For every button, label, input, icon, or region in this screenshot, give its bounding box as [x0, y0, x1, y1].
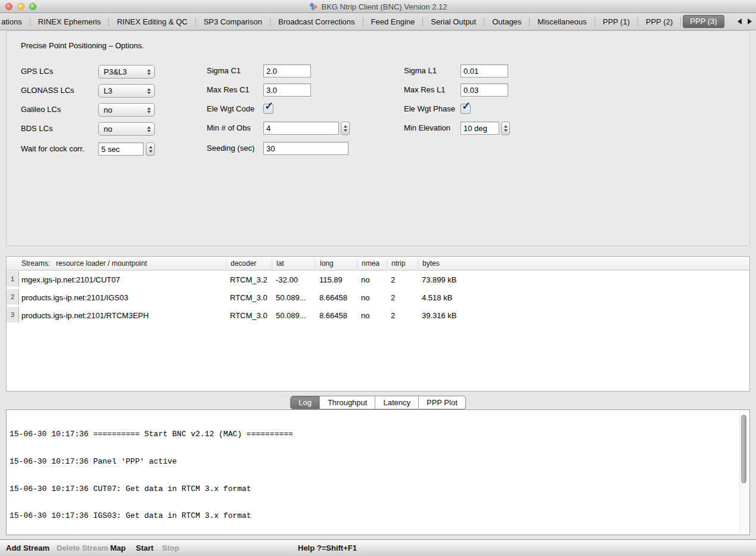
view-tab-segment: Log Throughput Latency PPP Plot: [290, 396, 466, 409]
streams-table-header: Streams: resource loader / mountpoint de…: [7, 257, 749, 271]
add-stream-button[interactable]: Add Stream: [6, 540, 49, 556]
cell-long: 115.89: [315, 275, 357, 284]
row-number: 1: [7, 271, 19, 288]
log-line: 15-06-30 10:17:36 ========== Start BNC v…: [10, 430, 739, 439]
bds-lcs-select[interactable]: no: [98, 122, 155, 136]
bottom-toolbar: Add Stream Delete Stream Map Start Stop …: [0, 539, 756, 556]
header-long[interactable]: long: [315, 259, 357, 268]
gps-lcs-select[interactable]: P3&L3: [98, 65, 155, 79]
wait-clock-stepper[interactable]: [146, 142, 155, 156]
tab-truncated-ations[interactable]: ations: [0, 13, 30, 30]
galileo-lcs-select[interactable]: no: [98, 103, 155, 117]
tab-divider: [680, 17, 681, 26]
tab-miscellaneous[interactable]: Miscellaneous: [530, 13, 594, 30]
map-button[interactable]: Map: [110, 540, 126, 556]
min-elevation-input[interactable]: [461, 122, 499, 135]
min-elevation-label: Min Elevation: [404, 122, 450, 135]
delete-stream-button: Delete Stream: [57, 540, 108, 556]
tab-throughput[interactable]: Throughput: [319, 396, 375, 409]
cell-nmea: no: [357, 293, 387, 302]
ele-wgt-code-checkbox[interactable]: ✓: [263, 104, 273, 114]
cell-long: 8.66458: [315, 293, 357, 302]
select-arrows-icon: [144, 107, 154, 113]
tab-broadcast-corrections[interactable]: Broadcast Corrections: [270, 13, 363, 30]
gps-lcs-value: P3&L3: [99, 67, 144, 76]
galileo-lcs-value: no: [99, 105, 144, 114]
header-ntrip[interactable]: ntrip: [387, 259, 418, 268]
tab-outages[interactable]: Outages: [484, 13, 529, 30]
tab-ppp-1[interactable]: PPP (1): [595, 13, 637, 30]
header-lat[interactable]: lat: [272, 259, 315, 268]
table-row[interactable]: 3 products.igs-ip.net:2101/RTCM3EPH RTCM…: [7, 306, 749, 324]
streams-table: Streams: resource loader / mountpoint de…: [6, 256, 750, 392]
log-panel: 15-06-30 10:17:36 ========== Start BNC v…: [6, 409, 750, 535]
checkmark-icon: ✓: [265, 100, 273, 113]
max-res-l1-input[interactable]: [461, 83, 508, 97]
log-scrollbar[interactable]: [739, 411, 749, 534]
stepper-down-icon: [344, 129, 347, 132]
sigma-l1-input[interactable]: [461, 64, 508, 77]
ele-wgt-phase-checkbox[interactable]: ✓: [461, 104, 471, 114]
row-number: 2: [7, 289, 19, 306]
tab-ppp-2[interactable]: PPP (2): [638, 13, 680, 30]
title-bar: BKG Ntrip Client (BNC) Version 2.12: [0, 0, 756, 13]
min-obs-stepper[interactable]: [341, 122, 350, 135]
sigma-c1-label: Sigma C1: [207, 64, 241, 77]
cell-decoder: RTCM_3.2: [226, 275, 272, 284]
chevron-right-icon: [748, 18, 752, 24]
glonass-lcs-select[interactable]: L3: [98, 84, 155, 98]
bnc-window: BKG Ntrip Client (BNC) Version 2.12 atio…: [0, 0, 756, 556]
cell-ntrip: 2: [387, 311, 418, 320]
stepper-up-icon: [504, 125, 508, 128]
wait-clock-label: Wait for clock corr.: [21, 142, 84, 156]
cell-mountpoint: products.igs-ip.net:2101/IGS03: [19, 293, 226, 302]
min-obs-label: Min # of Obs: [207, 122, 251, 135]
max-res-l1-label: Max Res L1: [404, 83, 445, 97]
tab-ppp-plot[interactable]: PPP Plot: [418, 396, 465, 409]
log-line: 15-06-30 10:17:36 Panel 'PPP' active: [10, 457, 739, 466]
min-obs-input[interactable]: [263, 122, 339, 135]
cell-lat: -32.00: [272, 275, 315, 284]
tab-rinex-ephemeris[interactable]: RINEX Ephemeris: [30, 13, 108, 30]
seeding-input[interactable]: [263, 142, 349, 155]
start-button[interactable]: Start: [136, 540, 154, 556]
tab-feed-engine[interactable]: Feed Engine: [363, 13, 423, 30]
log-line: 15-06-30 10:17:36 IGS03: Get data in RTC…: [10, 511, 739, 520]
log-scrollbar-thumb[interactable]: [741, 415, 746, 483]
tab-rinex-editing-qc[interactable]: RINEX Editing & QC: [109, 13, 195, 30]
glonass-lcs-value: L3: [99, 86, 144, 95]
cell-ntrip: 2: [387, 293, 418, 302]
sigma-c1-input[interactable]: [263, 64, 311, 77]
cell-decoder: RTCM_3.0: [226, 293, 272, 302]
tab-sp3-comparison[interactable]: SP3 Comparison: [196, 13, 270, 30]
header-nmea[interactable]: nmea: [357, 259, 387, 268]
max-res-c1-label: Max Res C1: [207, 83, 250, 97]
tab-log[interactable]: Log: [291, 396, 319, 409]
select-arrows-icon: [144, 69, 154, 75]
ele-wgt-code-label: Ele Wgt Code: [207, 102, 254, 116]
table-row[interactable]: 1 mgex.igs-ip.net:2101/CUT07 RTCM_3.2 -3…: [7, 271, 749, 288]
cell-mountpoint: products.igs-ip.net:2101/RTCM3EPH: [19, 311, 226, 320]
cell-lat: 50.089...: [272, 311, 315, 320]
header-decoder[interactable]: decoder: [226, 259, 272, 268]
wait-clock-input[interactable]: [98, 142, 144, 156]
tab-latency[interactable]: Latency: [375, 396, 418, 409]
checkmark-icon: ✓: [462, 100, 471, 113]
min-elevation-stepper[interactable]: [501, 122, 510, 135]
cell-ntrip: 2: [387, 275, 418, 284]
tab-serial-output[interactable]: Serial Output: [423, 13, 484, 30]
cell-nmea: no: [357, 275, 387, 284]
header-mountpoint[interactable]: Streams: resource loader / mountpoint: [7, 259, 226, 268]
ele-wgt-phase-label: Ele Wgt Phase: [404, 102, 455, 116]
log-line: 15-06-30 10:17:36 CUT07: Get data in RTC…: [10, 484, 739, 493]
app-icon: [309, 2, 318, 11]
table-row[interactable]: 2 products.igs-ip.net:2101/IGS03 RTCM_3.…: [7, 288, 749, 306]
cell-mountpoint: mgex.igs-ip.net:2101/CUT07: [19, 275, 226, 284]
tab-scroll-left-button[interactable]: [735, 15, 744, 27]
tab-scroll-right-button[interactable]: [745, 15, 754, 27]
cell-long: 8.66458: [315, 311, 357, 320]
tab-ppp-3[interactable]: PPP (3): [683, 15, 724, 28]
max-res-c1-input[interactable]: [263, 83, 311, 97]
header-bytes[interactable]: bytes: [418, 259, 749, 268]
bds-lcs-value: no: [99, 125, 144, 133]
